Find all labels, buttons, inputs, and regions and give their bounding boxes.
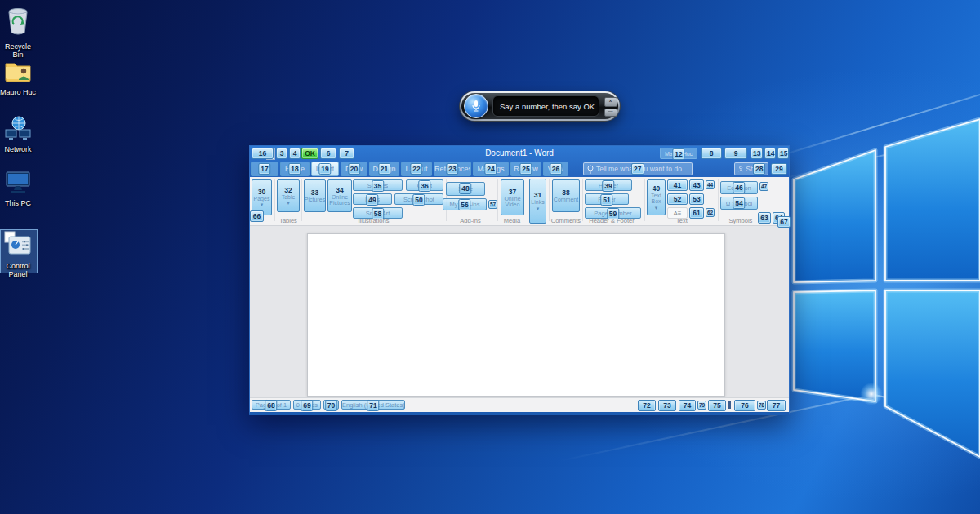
number-tag-14-restore[interactable]: 14 xyxy=(764,148,776,159)
number-tag-73-print-layout[interactable]: 73 xyxy=(658,400,676,411)
symbol-button[interactable]: Ω Symbol 54 xyxy=(720,197,758,210)
my-addins-button[interactable]: My Add-ins 56 xyxy=(443,198,487,210)
number-tag-39[interactable]: 39 xyxy=(602,180,614,192)
number-tag-74-web-layout[interactable]: 74 xyxy=(679,400,696,411)
tab-review[interactable]: Review25 xyxy=(510,162,541,176)
number-tag-16-app-icon[interactable]: 16 xyxy=(252,148,274,159)
tab-references[interactable]: References23 xyxy=(434,162,471,176)
word-count[interactable]: 0 words 69 xyxy=(293,400,321,410)
number-tag-29[interactable]: 29 xyxy=(771,163,787,175)
page-indicator[interactable]: Page 1 of 1 68 xyxy=(252,400,291,410)
tab-file[interactable]: File17 xyxy=(251,162,278,176)
number-tag-3-save[interactable]: 3 xyxy=(276,148,287,159)
tab-home[interactable]: Home18 xyxy=(280,162,310,176)
desktop-icon-recycle-bin[interactable]: Recycle Bin xyxy=(0,5,36,59)
tab-design[interactable]: Design21 xyxy=(369,162,399,176)
number-tag-30[interactable]: 30 xyxy=(258,188,265,196)
number-tag-28[interactable]: 28 xyxy=(753,163,765,175)
number-tag-20[interactable]: 20 xyxy=(348,163,360,175)
online-pictures-button[interactable]: 34 Online Pictures xyxy=(327,179,352,212)
number-tag-31[interactable]: 31 xyxy=(534,191,541,199)
icons-button[interactable]: Icons 49 xyxy=(353,193,392,205)
number-tag-51[interactable]: 51 xyxy=(600,194,612,206)
number-tag-13-minimize[interactable]: 13 xyxy=(751,148,763,159)
number-tag-21[interactable]: 21 xyxy=(378,163,390,175)
number-tag-52-signature-line[interactable]: 52 xyxy=(667,193,688,205)
number-tag-12-account[interactable]: 12 xyxy=(672,148,684,160)
text-box-button[interactable]: 40 Text Box ▾ xyxy=(647,179,666,215)
number-tag-63[interactable]: 63 xyxy=(758,212,771,224)
screenshot-button[interactable]: Screenshot 50 xyxy=(394,193,443,205)
number-tag-71[interactable]: 71 xyxy=(367,400,379,411)
number-tag-17[interactable]: 17 xyxy=(258,163,270,175)
number-tag-44[interactable]: 44 xyxy=(706,180,715,189)
zoom-slider-thumb[interactable] xyxy=(728,401,731,409)
number-tag-78[interactable]: 78 xyxy=(757,401,766,410)
number-tag-34[interactable]: 34 xyxy=(336,186,343,194)
table-button[interactable]: 32 Table ▾ xyxy=(277,179,300,212)
number-tag-26[interactable]: 26 xyxy=(550,163,562,175)
tab-insert[interactable]: Insert19 xyxy=(311,162,339,176)
number-tag-50[interactable]: 50 xyxy=(412,194,425,206)
number-tag-75-zoom-out[interactable]: 75 xyxy=(708,400,726,411)
number-tag-72-read-mode[interactable]: 72 xyxy=(638,400,656,411)
number-tag-25[interactable]: 25 xyxy=(519,163,532,175)
links-button[interactable]: 31 Links ▾ xyxy=(529,179,546,224)
tab-mailings[interactable]: Mailings24 xyxy=(473,162,509,176)
equation-button[interactable]: Equation 46 xyxy=(720,181,758,194)
number-tag-57-my-addins-arrow[interactable]: 57 xyxy=(488,200,497,209)
minimize-button[interactable]: — xyxy=(604,109,617,117)
number-tag-58[interactable]: 58 xyxy=(372,208,384,219)
number-tag-32[interactable]: 32 xyxy=(284,186,292,194)
number-tag-43-wordart[interactable]: 43 xyxy=(689,179,704,191)
microphone-button[interactable] xyxy=(464,94,488,118)
desktop-icon-control-panel[interactable]: Control Panel xyxy=(0,231,36,278)
header-button[interactable]: Header 39 xyxy=(585,179,632,191)
tell-me-box[interactable]: Tell me what you want to do 27 xyxy=(583,162,693,175)
number-tag-46[interactable]: 46 xyxy=(733,182,745,193)
language-status[interactable]: English (United States) 71 xyxy=(341,400,405,410)
number-tag-8-ribbon-options[interactable]: 8 xyxy=(701,148,722,159)
number-tag-41-quick-parts[interactable]: 41 xyxy=(667,179,688,191)
account-button[interactable]: Mauro Huc 12 xyxy=(660,148,697,159)
number-tag-22[interactable]: 22 xyxy=(410,163,422,175)
number-tag-70[interactable]: 70 xyxy=(325,400,337,411)
number-tag-49[interactable]: 49 xyxy=(366,194,378,206)
store-button[interactable]: Store 48 xyxy=(446,182,485,196)
tab-layout[interactable]: Layout22 xyxy=(401,162,432,176)
number-tag-18[interactable]: 18 xyxy=(288,163,301,175)
desktop-icon-network[interactable]: Network xyxy=(0,114,36,153)
ok-confirmation-tag[interactable]: OK xyxy=(301,148,318,159)
number-tag-27[interactable]: 27 xyxy=(631,163,644,175)
number-tag-66[interactable]: 66 xyxy=(250,210,264,222)
number-tag-48[interactable]: 48 xyxy=(459,183,471,194)
comment-button[interactable]: 38 Comment xyxy=(552,179,580,212)
page-number-button[interactable]: Page Number 59 xyxy=(585,207,641,219)
number-tag-19[interactable]: 19 xyxy=(318,163,331,175)
number-tag-4-undo[interactable]: 4 xyxy=(289,148,301,159)
number-tag-67-collapse-ribbon[interactable]: 67 xyxy=(777,216,791,228)
footer-button[interactable]: Footer 51 xyxy=(585,193,629,205)
smartart-button[interactable]: SmartArt 58 xyxy=(353,207,403,219)
desktop-icon-this-pc[interactable]: This PC xyxy=(0,170,36,207)
close-button[interactable]: × xyxy=(604,97,617,107)
desktop-icon-user-folder[interactable]: Mauro Huc xyxy=(0,59,36,96)
number-tag-9[interactable]: 9 xyxy=(724,148,747,159)
number-tag-56[interactable]: 56 xyxy=(458,199,470,210)
number-tag-79[interactable]: 79 xyxy=(697,401,706,410)
number-tag-40[interactable]: 40 xyxy=(653,184,660,193)
number-tag-37[interactable]: 37 xyxy=(509,188,516,196)
pictures-button[interactable]: 33 Pictures xyxy=(304,179,326,212)
shapes-button[interactable]: Shapes 35 xyxy=(353,179,403,191)
number-tag-23[interactable]: 23 xyxy=(446,163,458,175)
number-tag-24[interactable]: 24 xyxy=(484,163,497,175)
number-tag-62[interactable]: 62 xyxy=(706,208,715,217)
number-tag-61-object[interactable]: 61 xyxy=(689,207,704,219)
number-tag-15-close[interactable]: 15 xyxy=(777,148,789,159)
number-tag-47-equation-arrow[interactable]: 47 xyxy=(760,182,768,191)
number-tag-7-customize-qat[interactable]: 7 xyxy=(339,148,354,159)
number-tag-59[interactable]: 59 xyxy=(607,208,619,219)
number-tag-54[interactable]: 54 xyxy=(733,197,745,209)
number-tag-77-zoom-in[interactable]: 77 xyxy=(767,400,786,411)
number-tag-68[interactable]: 68 xyxy=(265,400,277,411)
